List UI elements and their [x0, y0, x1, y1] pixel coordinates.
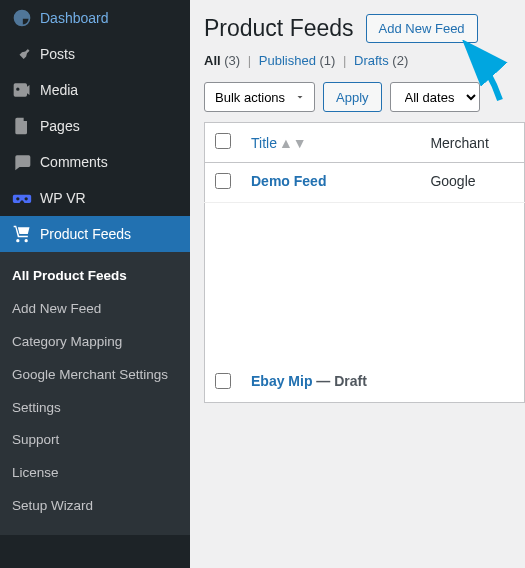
page-title: Product Feeds: [204, 15, 354, 42]
sidebar-item-dashboard[interactable]: Dashboard: [0, 0, 190, 36]
sidebar-item-product-feeds[interactable]: Product Feeds: [0, 216, 190, 252]
table-header-row: Title▲▼ Merchant: [205, 123, 525, 163]
filter-published[interactable]: Published (1): [259, 53, 336, 68]
row-checkbox[interactable]: [215, 373, 231, 389]
feed-title-link[interactable]: Demo Feed: [251, 173, 326, 189]
list-controls: Bulk actions Apply All dates: [204, 82, 525, 112]
bulk-actions-select[interactable]: Bulk actions: [204, 82, 315, 112]
table-spacer: [205, 203, 525, 363]
pages-icon: [12, 116, 32, 136]
sidebar-item-label: Posts: [40, 46, 75, 62]
merchant-cell: Google: [420, 163, 524, 203]
filter-all[interactable]: All (3): [204, 53, 240, 68]
table-row: Demo Feed Google: [205, 163, 525, 203]
sort-icon: ▲▼: [279, 136, 307, 150]
date-filter-select[interactable]: All dates: [390, 82, 480, 112]
feeds-table: Title▲▼ Merchant Demo Feed Google Ebay M…: [204, 122, 525, 403]
main-content: Product Feeds Add New Feed All (3) | Pub…: [190, 0, 525, 568]
comments-icon: [12, 152, 32, 172]
submenu-support[interactable]: Support: [0, 424, 190, 457]
row-checkbox[interactable]: [215, 173, 231, 189]
submenu-add-new-feed[interactable]: Add New Feed: [0, 293, 190, 326]
admin-sidebar: Dashboard Posts Media Pages Comments WP …: [0, 0, 190, 568]
pin-icon: [12, 44, 32, 64]
sidebar-item-label: Dashboard: [40, 10, 109, 26]
submenu-google-merchant-settings[interactable]: Google Merchant Settings: [0, 359, 190, 392]
cart-icon: [12, 224, 32, 244]
add-new-feed-button[interactable]: Add New Feed: [366, 14, 478, 43]
dashboard-icon: [12, 8, 32, 28]
status-filters: All (3) | Published (1) | Drafts (2): [204, 53, 525, 68]
select-all-checkbox[interactable]: [215, 133, 231, 149]
sidebar-item-label: Media: [40, 82, 78, 98]
sidebar-item-wpvr[interactable]: WP VR: [0, 180, 190, 216]
sidebar-item-media[interactable]: Media: [0, 72, 190, 108]
submenu-all-product-feeds[interactable]: All Product Feeds: [0, 260, 190, 293]
sidebar-submenu: All Product Feeds Add New Feed Category …: [0, 252, 190, 535]
submenu-license[interactable]: License: [0, 457, 190, 490]
submenu-setup-wizard[interactable]: Setup Wizard: [0, 490, 190, 523]
feed-title-link[interactable]: Ebay Mip: [251, 373, 312, 389]
page-header: Product Feeds Add New Feed: [204, 14, 525, 43]
sidebar-item-posts[interactable]: Posts: [0, 36, 190, 72]
sidebar-item-pages[interactable]: Pages: [0, 108, 190, 144]
post-state: — Draft: [316, 373, 367, 389]
sidebar-item-label: Product Feeds: [40, 226, 131, 242]
sidebar-item-label: Comments: [40, 154, 108, 170]
media-icon: [12, 80, 32, 100]
filter-drafts[interactable]: Drafts (2): [354, 53, 408, 68]
submenu-settings[interactable]: Settings: [0, 392, 190, 425]
select-all-header: [205, 123, 242, 163]
submenu-category-mapping[interactable]: Category Mapping: [0, 326, 190, 359]
apply-button[interactable]: Apply: [323, 82, 382, 112]
sidebar-item-comments[interactable]: Comments: [0, 144, 190, 180]
vr-icon: [12, 188, 32, 208]
sidebar-item-label: WP VR: [40, 190, 86, 206]
sidebar-item-label: Pages: [40, 118, 80, 134]
table-row: Ebay Mip — Draft: [205, 363, 525, 403]
merchant-cell: [420, 363, 524, 403]
column-merchant: Merchant: [420, 123, 524, 163]
column-title[interactable]: Title▲▼: [241, 123, 420, 163]
